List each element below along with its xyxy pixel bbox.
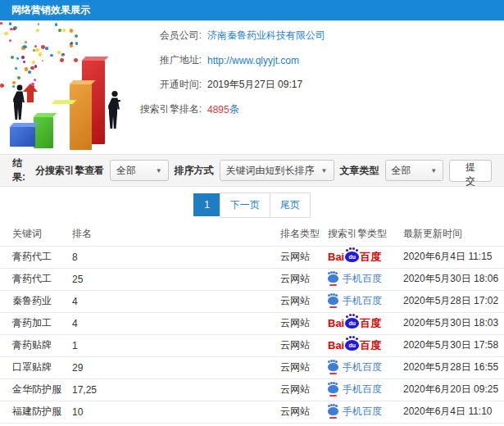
rank-type-cell: 云网站 bbox=[280, 378, 328, 401]
rank-type-cell: 云网站 bbox=[280, 401, 328, 423]
keyword-cell: 膏药代工 bbox=[0, 246, 72, 268]
chevron-down-icon: ▼ bbox=[430, 167, 437, 174]
confetti-dot bbox=[23, 61, 25, 63]
confetti-dot bbox=[61, 54, 64, 57]
article-type-select-value: 全部 bbox=[392, 164, 411, 178]
submit-button[interactable]: 提交 bbox=[449, 160, 492, 182]
last-page-button[interactable]: 尾页 bbox=[270, 193, 311, 218]
rank-type-cell: 云网站 bbox=[280, 246, 328, 268]
confetti-dot bbox=[34, 45, 37, 48]
engine-type-header: 搜索引擎类型 bbox=[328, 223, 403, 246]
results-section-label: 结果: bbox=[12, 156, 35, 184]
rank-cell[interactable]: 25 bbox=[72, 268, 280, 290]
member-company-label: 会员公司: bbox=[131, 29, 202, 43]
mobile-baidu-logo-icon: 手机百度 bbox=[328, 384, 382, 394]
mobile-baidu-paw-icon bbox=[328, 385, 338, 393]
engine-cell: 手机百度 bbox=[328, 378, 403, 401]
confetti-dot bbox=[9, 39, 11, 42]
keyword-cell: 金华防护服 bbox=[0, 378, 72, 401]
confetti-dot bbox=[75, 42, 79, 45]
updated-cell: 2020年5月30日 18:06 bbox=[403, 268, 504, 290]
sort-filter-label: 排序方式 bbox=[175, 164, 214, 178]
updated-cell: 2020年5月30日 17:58 bbox=[403, 334, 504, 356]
engine-cell: 手机百度 bbox=[328, 401, 403, 423]
confetti-dot bbox=[23, 45, 26, 48]
confetti-dot bbox=[58, 29, 61, 32]
next-page-button[interactable]: 下一页 bbox=[220, 193, 270, 218]
confetti-dot bbox=[41, 45, 45, 49]
confetti-dot bbox=[42, 60, 44, 62]
engine-select[interactable]: 全部 ▼ bbox=[110, 160, 169, 181]
promo-url-value[interactable]: http://www.qlyyjt.com bbox=[207, 55, 299, 66]
rank-type-cell: 云网站 bbox=[280, 290, 328, 312]
table-row: 福建防护服 10 云网站 手机百度 2020年6月4日 11:10 bbox=[0, 401, 504, 423]
bar-chart-illustration bbox=[0, 22, 143, 150]
rank-header: 排名 bbox=[72, 223, 280, 246]
bar-blue bbox=[10, 127, 35, 147]
confetti-dot bbox=[50, 54, 53, 57]
engine-cell: Baidu百度 bbox=[328, 246, 403, 268]
promo-url-label: 推广地址: bbox=[131, 53, 202, 67]
filter-bar: 结果: 分搜索引擎查看 全部 ▼ 排序方式 关键词由短到长排序 ▼ 文章类型 全… bbox=[0, 154, 504, 187]
engine-rank-count-field: 搜索引擎排名:4895条 bbox=[131, 102, 492, 116]
table-row: 口罩贴牌 29 云网站 手机百度 2020年5月28日 16:55 bbox=[0, 356, 504, 378]
mobile-baidu-logo-icon: 手机百度 bbox=[328, 362, 382, 372]
updated-cell: 2020年6月4日 11:10 bbox=[403, 401, 504, 423]
article-type-select[interactable]: 全部 ▼ bbox=[385, 160, 444, 181]
rank-type-cell: 云网站 bbox=[280, 334, 328, 356]
bar-green bbox=[34, 117, 53, 148]
keyword-header: 关键词 bbox=[0, 223, 72, 246]
updated-cell: 2020年5月28日 17:02 bbox=[403, 290, 504, 312]
chevron-down-icon: ▼ bbox=[321, 167, 328, 174]
engine-rank-count-suffix: 条 bbox=[229, 102, 239, 116]
confetti-dot bbox=[28, 70, 31, 74]
confetti-dot bbox=[45, 47, 48, 50]
info-section: 会员公司:济南秦鲁药业科技有限公司推广地址:http://www.qlyyjt.… bbox=[0, 20, 504, 154]
baidu-paw-icon: du bbox=[345, 318, 359, 329]
bar-orange bbox=[70, 84, 92, 150]
sort-select[interactable]: 关键词由短到长排序 ▼ bbox=[220, 160, 334, 181]
rank-cell[interactable] bbox=[72, 423, 280, 426]
keyword-cell: 秦鲁药业 bbox=[0, 290, 72, 312]
updated-cell bbox=[403, 423, 504, 426]
updated-cell: 2020年6月20日 09:25 bbox=[403, 378, 504, 401]
rank-type-header: 排名类型 bbox=[280, 223, 328, 246]
title-bar: 网络营销效果展示 bbox=[0, 0, 504, 20]
filter-controls: 分搜索引擎查看 全部 ▼ 排序方式 关键词由短到长排序 ▼ 文章类型 全部 ▼ … bbox=[35, 160, 492, 182]
rank-cell[interactable]: 29 bbox=[72, 356, 280, 378]
rank-cell[interactable]: 4 bbox=[72, 290, 280, 312]
rank-cell[interactable]: 1 bbox=[72, 334, 280, 356]
rank-cell[interactable]: 4 bbox=[72, 312, 280, 334]
table-row: 膏药贴牌 1 云网站 Baidu百度 2020年5月30日 17:58 bbox=[0, 334, 504, 356]
confetti-dot bbox=[21, 56, 24, 58]
table-row: 膏药代工 8 云网站 Baidu百度 2020年6月4日 11:15 bbox=[0, 246, 504, 268]
engine-cell: 手机百度 bbox=[328, 423, 403, 426]
mobile-baidu-logo-icon: 手机百度 bbox=[328, 296, 382, 306]
member-company-value[interactable]: 济南秦鲁药业科技有限公司 bbox=[207, 29, 325, 43]
confetti-dot bbox=[11, 56, 14, 59]
updated-cell: 2020年6月4日 11:15 bbox=[403, 246, 504, 268]
confetti-dot bbox=[34, 79, 36, 81]
mobile-baidu-logo-icon: 手机百度 bbox=[328, 274, 382, 283]
rank-cell[interactable]: 17,25 bbox=[72, 378, 280, 401]
page-title: 网络营销效果展示 bbox=[11, 3, 90, 17]
page-1-button[interactable]: 1 bbox=[193, 193, 220, 216]
confetti-dot bbox=[15, 67, 17, 70]
confetti-dot bbox=[16, 57, 19, 60]
rank-type-cell: 云网站 bbox=[280, 268, 328, 290]
table-row: 膏药代工 25 云网站 手机百度 2020年5月30日 18:06 bbox=[0, 268, 504, 290]
article-type-label: 文章类型 bbox=[340, 164, 379, 178]
confetti-dot bbox=[70, 29, 74, 33]
confetti-dot bbox=[0, 84, 4, 88]
rank-cell[interactable]: 10 bbox=[72, 401, 280, 423]
rank-type-cell: 云网站 bbox=[280, 356, 328, 378]
engine-cell: 手机百度 bbox=[328, 268, 403, 290]
keyword-cell: 口罩贴牌 bbox=[0, 356, 72, 378]
engine-cell: Baidu百度 bbox=[328, 312, 403, 334]
open-time-label: 开通时间: bbox=[131, 78, 202, 92]
baidu-logo-icon: Baidu百度 bbox=[328, 340, 381, 351]
keyword-cell: 膏药贴牌 bbox=[0, 334, 72, 356]
rank-cell[interactable]: 8 bbox=[72, 246, 280, 268]
engine-cell: 手机百度 bbox=[328, 290, 403, 312]
mobile-baidu-paw-icon bbox=[328, 274, 338, 283]
